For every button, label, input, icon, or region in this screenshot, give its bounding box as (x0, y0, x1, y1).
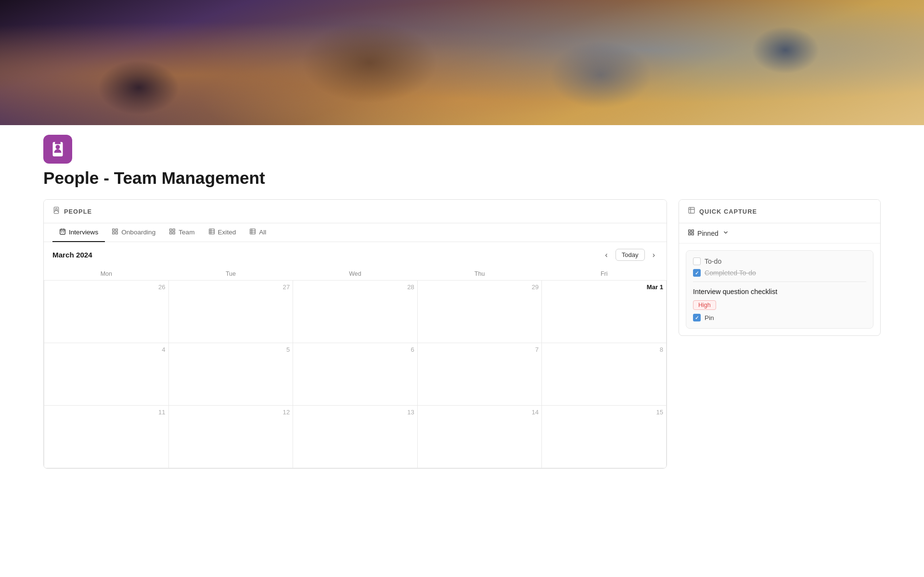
calendar-week-3: 11 12 13 14 15 (44, 406, 667, 468)
svg-point-1 (56, 145, 60, 149)
tab-interviews-label: Interviews (69, 229, 98, 236)
tab-onboarding[interactable]: Onboarding (105, 223, 162, 242)
grid-icon-2 (169, 228, 176, 236)
quick-capture-panel: QUICK CAPTURE Pinned (679, 199, 881, 336)
svg-rect-30 (689, 230, 691, 232)
svg-rect-19 (209, 229, 214, 234)
todo-item-checked: Completed To-do (693, 269, 866, 277)
svg-rect-12 (116, 229, 117, 231)
tab-team[interactable]: Team (162, 223, 201, 242)
calendar-cell-mar8[interactable]: 8 (542, 343, 667, 406)
calendar-cell-mar7[interactable]: 7 (417, 343, 542, 406)
calendar-month: March 2024 (52, 251, 92, 259)
tab-team-label: Team (179, 229, 194, 236)
svg-rect-31 (692, 230, 693, 232)
calendar-cell-mar14[interactable]: 14 (417, 406, 542, 468)
calendar-cell-mar6[interactable]: 6 (293, 343, 418, 406)
checkbox-empty[interactable] (693, 257, 701, 265)
tab-onboarding-label: Onboarding (121, 229, 155, 236)
quick-capture-header: QUICK CAPTURE (679, 200, 880, 223)
col-tue: Tue (168, 268, 293, 281)
table-icon-2 (249, 228, 256, 236)
svg-rect-14 (116, 232, 117, 234)
completed-todo-label: Completed To-do (705, 269, 756, 277)
calendar-cell-mar13[interactable]: 13 (293, 406, 418, 468)
calendar-cell-feb29[interactable]: 29 (417, 281, 542, 343)
page-title: People - Team Management (43, 168, 924, 188)
svg-rect-33 (692, 233, 693, 235)
col-mon: Mon (44, 268, 169, 281)
tab-all[interactable]: All (243, 223, 273, 242)
svg-rect-18 (173, 232, 175, 234)
svg-rect-27 (689, 207, 694, 213)
svg-rect-11 (113, 229, 115, 231)
calendar-cell-feb27[interactable]: 27 (168, 281, 293, 343)
tab-exited-label: Exited (218, 229, 236, 236)
tab-interviews[interactable]: Interviews (52, 223, 105, 242)
hero-banner (0, 0, 924, 125)
calendar-cell-mar4[interactable]: 4 (44, 343, 169, 406)
people-panel-icon (52, 206, 60, 216)
calendar-week-1: 26 27 28 29 Mar 1 (44, 281, 667, 343)
svg-rect-17 (170, 232, 172, 234)
calendar-cell-feb26[interactable]: 26 (44, 281, 169, 343)
table-icon-1 (208, 228, 215, 236)
people-panel: PEOPLE Interviews (43, 199, 667, 469)
svg-rect-23 (250, 229, 256, 234)
svg-rect-5 (60, 229, 65, 234)
todo-label: To-do (705, 257, 721, 265)
tab-all-label: All (259, 229, 266, 236)
calendar-cell-mar1[interactable]: Mar 1 (542, 281, 667, 343)
calendar-grid: Mon Tue Wed Thu Fri 26 27 28 29 Mar 1 (44, 268, 667, 468)
calendar-cell-mar15[interactable]: 15 (542, 406, 667, 468)
calendar-next-button[interactable]: › (650, 250, 658, 260)
calendar-cell-mar12[interactable]: 12 (168, 406, 293, 468)
calendar-cell-feb28[interactable]: 28 (293, 281, 418, 343)
card-divider (693, 282, 866, 282)
svg-rect-15 (170, 229, 172, 231)
people-panel-title: PEOPLE (64, 208, 92, 215)
tabs-bar: Interviews Onboarding (44, 223, 667, 242)
main-content: PEOPLE Interviews (0, 199, 924, 469)
page-icon (43, 135, 72, 164)
svg-rect-13 (113, 232, 115, 234)
svg-rect-2 (55, 142, 61, 144)
grid-icon-1 (112, 228, 118, 236)
svg-rect-32 (689, 233, 691, 235)
quick-capture-title: QUICK CAPTURE (699, 208, 757, 215)
capture-card: To-do Completed To-do Interview question… (686, 250, 873, 329)
col-thu: Thu (417, 268, 542, 281)
quick-capture-icon (688, 206, 695, 216)
pin-label: Pin (705, 314, 714, 321)
svg-rect-16 (173, 229, 175, 231)
calendar-icon (59, 228, 66, 236)
calendar-cell-mar5[interactable]: 5 (168, 343, 293, 406)
card-title: Interview question checklist (693, 287, 866, 296)
priority-badge: High (693, 300, 716, 310)
grid-pinned-icon (688, 229, 694, 237)
todo-item-unchecked: To-do (693, 257, 866, 265)
calendar-prev-button[interactable]: ‹ (602, 250, 610, 260)
calendar-cell-mar11[interactable]: 11 (44, 406, 169, 468)
chevron-down-icon (722, 229, 729, 237)
tab-exited[interactable]: Exited (202, 223, 243, 242)
calendar-week-2: 4 5 6 7 8 (44, 343, 667, 406)
calendar-header: March 2024 ‹ Today › (44, 242, 667, 268)
pin-item: Pin (693, 314, 866, 321)
checkbox-checked[interactable] (693, 269, 701, 277)
calendar-nav: ‹ Today › (602, 249, 658, 261)
calendar-today-button[interactable]: Today (616, 249, 645, 261)
col-wed: Wed (293, 268, 418, 281)
panel-header: PEOPLE (44, 200, 667, 223)
pinned-header[interactable]: Pinned (679, 223, 880, 244)
pin-checkbox[interactable] (693, 314, 701, 321)
col-fri: Fri (542, 268, 667, 281)
pinned-label: Pinned (697, 230, 719, 237)
